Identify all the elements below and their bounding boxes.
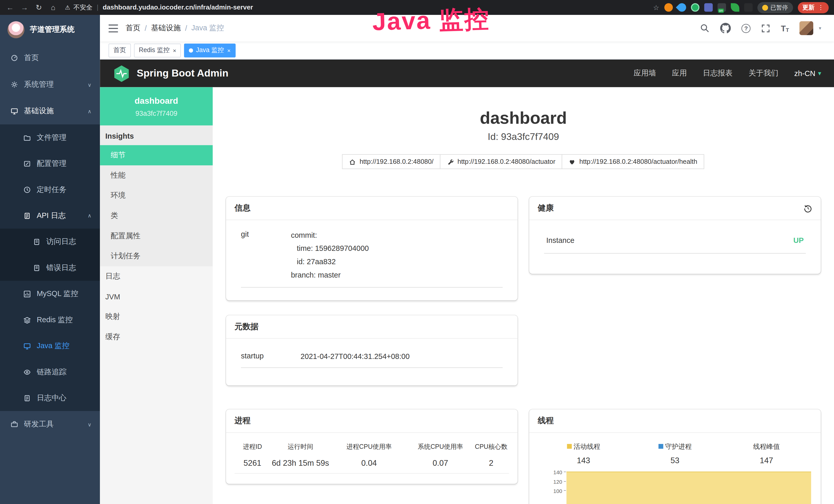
history-icon[interactable]: [804, 204, 812, 212]
app-title: 芋道管理系统: [30, 25, 74, 35]
edit-icon: [23, 160, 31, 167]
sidebar-item-redis[interactable]: Redis 监控: [0, 307, 100, 333]
tag-redis[interactable]: Redis 监控×: [134, 43, 181, 57]
sidebar-item-java[interactable]: Java 监控: [0, 333, 100, 359]
sba-nav-wallboard[interactable]: 应用墙: [634, 69, 656, 78]
sba-item-logs[interactable]: 日志: [100, 266, 213, 287]
sidebar-item-api-log[interactable]: API 日志 ∧: [0, 203, 100, 229]
sba-item-metrics[interactable]: 性能: [100, 165, 213, 186]
user-avatar[interactable]: [799, 21, 813, 35]
sidebar-item-error-log[interactable]: 错误日志: [0, 255, 100, 281]
sidebar-item-trace[interactable]: 链路追踪: [0, 359, 100, 385]
process-column-header: 运行时间: [270, 440, 331, 454]
tags-view: 首页 Redis 监控× Java 监控×: [100, 42, 834, 60]
info-value-line: id: 27aa832: [291, 255, 503, 269]
sidebar-item-system[interactable]: 系统管理 ∨: [0, 71, 100, 98]
browser-home-button[interactable]: ⌂: [48, 3, 58, 12]
github-icon[interactable]: [720, 23, 731, 33]
sba-item-classes[interactable]: 类: [100, 206, 213, 226]
sba-item-configprops[interactable]: 配置属性: [100, 226, 213, 246]
monitor-icon: [10, 107, 18, 115]
health-card-title: 健康: [538, 203, 554, 213]
process-card: 进程 进程ID 运行时间 进程CPU使用率 系统CPU使用率: [226, 410, 518, 484]
instance-url-link[interactable]: http://192.168.0.2:48080/: [342, 154, 440, 169]
sba-nav-applications[interactable]: 应用: [672, 69, 687, 78]
browser-forward-button[interactable]: →: [20, 3, 29, 12]
browser-reload-button[interactable]: ↻: [34, 3, 44, 12]
sidebar-item-label: 链路追踪: [37, 367, 67, 377]
font-size-icon[interactable]: TT: [781, 24, 789, 32]
y-axis-tick: 140: [538, 470, 567, 479]
sidebar-item-config[interactable]: 配置管理: [0, 151, 100, 176]
sba-nav-journal[interactable]: 日志报表: [703, 69, 732, 78]
address-bar[interactable]: ⚠ 不安全 | dashboard.yudao.iocoder.cn/infra…: [65, 3, 253, 12]
extension-icon[interactable]: [744, 3, 752, 12]
browser-menu-icon[interactable]: ⋮: [818, 4, 824, 11]
sba-nav-about[interactable]: 关于我们: [748, 69, 778, 78]
sidebar-item-file[interactable]: 文件管理: [0, 124, 100, 151]
help-icon[interactable]: ?: [742, 24, 750, 32]
legend-value: 53: [629, 456, 721, 465]
actuator-url-link[interactable]: http://192.168.0.2:48080/actuator: [440, 154, 563, 169]
caret-down-icon[interactable]: ▾: [819, 25, 821, 31]
extension-icon[interactable]: [730, 3, 739, 12]
sba-app-id: 93a3fc7f7409: [104, 110, 208, 118]
app-logo[interactable]: 芋道管理系统: [0, 15, 100, 45]
sidebar-item-dev-tools[interactable]: 研发工具 ∨: [0, 411, 100, 438]
eye-icon: [23, 368, 31, 375]
heart-icon: [569, 158, 576, 165]
live-threads-area: [566, 472, 811, 504]
extension-icon[interactable]: [691, 3, 699, 12]
info-key: git: [241, 229, 291, 282]
extension-icon[interactable]: [676, 2, 687, 14]
close-icon[interactable]: ×: [173, 47, 176, 53]
paused-badge-label: 已暂停: [771, 3, 788, 11]
sidebar-item-job[interactable]: 定时任务: [0, 177, 100, 203]
extension-icon[interactable]: [664, 3, 673, 12]
sidebar-item-access-log[interactable]: 访问日志: [0, 229, 100, 254]
fullscreen-icon[interactable]: [761, 24, 770, 32]
health-url-link[interactable]: http://192.168.0.2:48080/actuator/health: [562, 154, 704, 169]
sidebar-item-log-center[interactable]: 日志中心: [0, 385, 100, 411]
extension-icon[interactable]: [704, 3, 712, 12]
sba-item-details[interactable]: 细节: [100, 145, 213, 165]
sidebar-item-mysql[interactable]: MySQL 监控: [0, 281, 100, 306]
paused-badge[interactable]: 已暂停: [757, 2, 793, 13]
folder-icon: [23, 134, 31, 141]
breadcrumb-separator: /: [185, 24, 187, 32]
sba-item-mappings[interactable]: 映射: [100, 307, 213, 327]
sidebar-item-label: 访问日志: [46, 237, 76, 247]
monitor-icon: [23, 342, 31, 350]
extension-icon[interactable]: on: [717, 3, 726, 12]
tag-java[interactable]: Java 监控×: [184, 43, 235, 57]
sba-item-jvm[interactable]: JVM: [100, 287, 213, 307]
search-icon[interactable]: [700, 23, 710, 33]
sba-item-scheduledtasks[interactable]: 计划任务: [100, 246, 213, 267]
legend-label: 守护进程: [665, 443, 692, 450]
document-icon: [33, 238, 40, 246]
breadcrumb-infra[interactable]: 基础设施: [151, 23, 181, 33]
layers-icon: [23, 316, 31, 323]
update-button[interactable]: 更新 ⋮: [797, 2, 829, 13]
chevron-down-icon: ∨: [88, 82, 91, 88]
locale-selector[interactable]: zh-CN▾: [794, 69, 821, 77]
tag-home[interactable]: 首页: [108, 43, 131, 57]
tag-label: 首页: [113, 46, 126, 55]
sba-item-caches[interactable]: 缓存: [100, 327, 213, 347]
update-button-label: 更新: [803, 3, 815, 11]
sba-brand: Spring Boot Admin: [137, 68, 228, 79]
browser-back-button[interactable]: ←: [5, 3, 15, 12]
status-badge: UP: [793, 236, 804, 245]
sidebar-item-home[interactable]: 首页: [0, 45, 100, 71]
info-card-title: 信息: [235, 203, 250, 213]
sba-app-header[interactable]: dashboard 93a3fc7f7409: [100, 87, 213, 125]
sidebar-toggle-icon[interactable]: [108, 24, 118, 32]
legend-label: 活动线程: [574, 443, 600, 450]
sba-item-environment[interactable]: 环境: [100, 186, 213, 206]
breadcrumb-home[interactable]: 首页: [126, 23, 140, 33]
bookmark-star-icon[interactable]: ☆: [653, 3, 659, 11]
process-value: 5261: [235, 453, 270, 474]
sidebar-item-infra[interactable]: 基础设施 ∧: [0, 98, 100, 124]
close-icon[interactable]: ×: [227, 47, 231, 53]
process-value: 2: [474, 453, 509, 474]
